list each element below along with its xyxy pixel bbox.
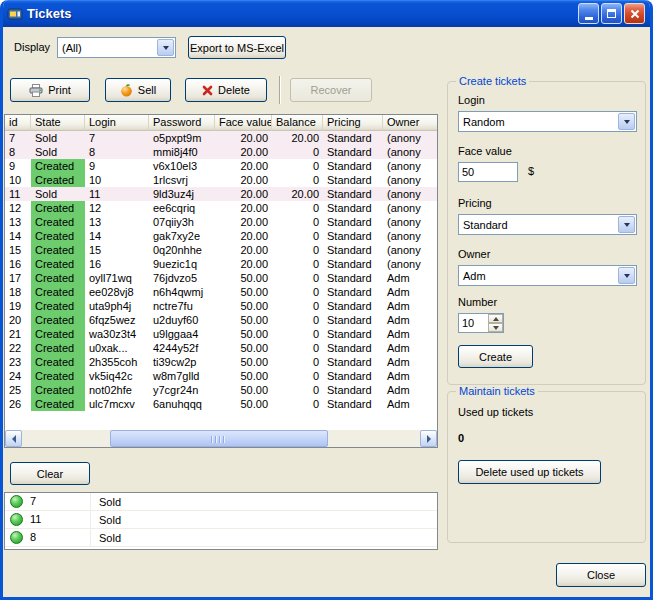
- table-cell: 0q20nhhe: [149, 243, 215, 257]
- table-row[interactable]: 15Created150q20nhhe20.000Standard(anony: [5, 243, 437, 257]
- table-row[interactable]: 16Created169uezic1q20.000Standard(anony: [5, 257, 437, 271]
- table-row[interactable]: 9Created9v6x10el320.000Standard(anony: [5, 159, 437, 173]
- login-dropdown[interactable]: Random: [458, 111, 637, 132]
- maximize-button[interactable]: [601, 3, 622, 24]
- table-row[interactable]: 25Creatednot02hfey7cgr24n50.000StandardA…: [5, 383, 437, 397]
- table-cell: Created: [31, 243, 85, 257]
- table-cell: (anony: [383, 257, 438, 271]
- display-filter-dropdown[interactable]: (All): [57, 37, 176, 58]
- sold-ticket-id: 7: [30, 493, 91, 510]
- column-header[interactable]: Balance: [272, 115, 323, 131]
- login-label: Login: [458, 94, 485, 106]
- table-cell: 50.00: [215, 383, 272, 397]
- app-icon: [7, 6, 23, 22]
- table-row[interactable]: 10Created101rlcsvrj20.000Standard(anony: [5, 173, 437, 187]
- close-button[interactable]: Close: [556, 563, 646, 587]
- sold-list-item[interactable]: 11Sold: [5, 511, 437, 529]
- scrollbar-track[interactable]: [22, 430, 420, 447]
- display-label: Display: [14, 41, 50, 53]
- table-row[interactable]: 14Created14gak7xy2e20.000Standard(anony: [5, 229, 437, 243]
- table-cell: o5pxpt9m: [149, 131, 215, 145]
- table-cell: wa30z3t4: [85, 327, 149, 341]
- scroll-left-button[interactable]: [5, 430, 22, 447]
- chevron-down-icon[interactable]: [618, 113, 635, 130]
- pricing-dropdown[interactable]: Standard: [458, 214, 637, 235]
- table-row[interactable]: 17Createdoyll71wq76jdvzo550.000StandardA…: [5, 271, 437, 285]
- scrollbar-thumb[interactable]: [110, 430, 328, 447]
- table-row[interactable]: 8Sold8mmi8j4f020.000Standard(anony: [5, 145, 437, 159]
- number-spinner[interactable]: [458, 313, 504, 333]
- table-cell: 10: [85, 173, 149, 187]
- table-cell: 9: [85, 159, 149, 173]
- horizontal-scrollbar[interactable]: [5, 430, 437, 447]
- table-cell: 18: [5, 285, 31, 299]
- column-header[interactable]: Password: [149, 115, 215, 131]
- table-cell: Created: [31, 159, 85, 173]
- table-cell: 24: [5, 369, 31, 383]
- table-cell: Standard: [323, 355, 383, 369]
- table-cell: not02hfe: [85, 383, 149, 397]
- toolbar-separator: [279, 76, 281, 104]
- pricing-dropdown-value: Standard: [459, 219, 636, 231]
- print-button[interactable]: Print: [10, 78, 90, 102]
- table-cell: 20.00: [215, 215, 272, 229]
- column-header[interactable]: Login: [85, 115, 149, 131]
- column-header[interactable]: id: [5, 115, 31, 131]
- spin-up-button[interactable]: [488, 314, 503, 323]
- scroll-right-button[interactable]: [420, 430, 437, 447]
- table-cell: (anony: [383, 201, 438, 215]
- table-cell: u2duyf60: [149, 313, 215, 327]
- table-row[interactable]: 22Createdu0xak...4244y52f50.000StandardA…: [5, 341, 437, 355]
- chevron-down-icon[interactable]: [618, 267, 635, 284]
- table-row[interactable]: 12Created12ee6cqriq20.000Standard(anony: [5, 201, 437, 215]
- column-header[interactable]: State: [31, 115, 85, 131]
- table-row[interactable]: 11Sold119ld3uz4j20.0020.00Standard(anony: [5, 187, 437, 201]
- recover-button[interactable]: Recover: [290, 78, 372, 102]
- table-cell: Standard: [323, 271, 383, 285]
- table-cell: Sold: [31, 187, 85, 201]
- minimize-button[interactable]: [578, 3, 599, 24]
- sold-list-item[interactable]: 7Sold: [5, 493, 437, 511]
- spin-down-button[interactable]: [488, 323, 503, 332]
- table-row[interactable]: 20Created6fqz5wezu2duyf6050.000StandardA…: [5, 313, 437, 327]
- table-cell: 21: [5, 327, 31, 341]
- table-row[interactable]: 7Sold7o5pxpt9m20.0020.00Standard(anony: [5, 131, 437, 145]
- number-label: Number: [458, 296, 497, 308]
- chevron-down-icon[interactable]: [618, 216, 635, 233]
- login-dropdown-value: Random: [459, 116, 636, 128]
- table-cell: 2h355coh: [85, 355, 149, 369]
- table-cell: 26: [5, 397, 31, 411]
- close-window-button[interactable]: [624, 3, 645, 24]
- delete-used-tickets-button[interactable]: Delete used up tickets: [458, 460, 601, 484]
- table-cell: (anony: [383, 173, 438, 187]
- table-cell: Standard: [323, 299, 383, 313]
- owner-dropdown[interactable]: Adm: [458, 265, 637, 286]
- sold-list-item[interactable]: 8Sold: [5, 529, 437, 547]
- column-header[interactable]: Pricing: [323, 115, 383, 131]
- table-cell: 14: [85, 229, 149, 243]
- column-header[interactable]: Face value: [215, 115, 272, 131]
- table-row[interactable]: 19Createduta9ph4jnctre7fu50.000StandardA…: [5, 299, 437, 313]
- delete-button[interactable]: Delete: [185, 78, 267, 102]
- clear-button[interactable]: Clear: [10, 462, 90, 485]
- chevron-down-icon[interactable]: [157, 39, 174, 56]
- face-value-input[interactable]: [458, 162, 518, 182]
- table-cell: Created: [31, 327, 85, 341]
- create-button[interactable]: Create: [458, 345, 533, 368]
- column-header[interactable]: Owner: [383, 115, 438, 131]
- table-row[interactable]: 26Createdulc7mcxv6anuhqqq50.000StandardA…: [5, 397, 437, 411]
- table-cell: Sold: [31, 131, 85, 145]
- table-row[interactable]: 21Createdwa30z3t4u9lggaa450.000StandardA…: [5, 327, 437, 341]
- table-row[interactable]: 13Created1307qiiy3h20.000Standard(anony: [5, 215, 437, 229]
- owner-label: Owner: [458, 248, 490, 260]
- export-excel-button[interactable]: Export to MS-Excel: [188, 36, 286, 59]
- sell-button[interactable]: Sell: [105, 78, 171, 102]
- table-row[interactable]: 23Created2h355cohti39cw2p50.000StandardA…: [5, 355, 437, 369]
- table-cell: 50.00: [215, 327, 272, 341]
- table-cell: 20.00: [215, 145, 272, 159]
- table-cell: (anony: [383, 243, 438, 257]
- table-row[interactable]: 24Createdvk5iq42cw8m7glld50.000StandardA…: [5, 369, 437, 383]
- table-cell: 20.00: [215, 187, 272, 201]
- table-cell: 9ld3uz4j: [149, 187, 215, 201]
- table-row[interactable]: 18Createdee028vj8n6h4qwmj50.000StandardA…: [5, 285, 437, 299]
